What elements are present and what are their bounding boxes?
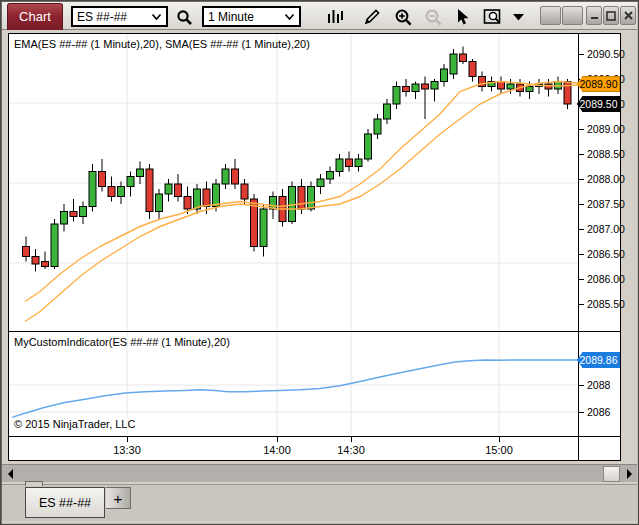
candle-body: [336, 159, 343, 172]
price-axis-label: 2090.50: [587, 48, 625, 60]
time-axis-label: 14:30: [337, 444, 365, 456]
candle-body: [51, 224, 58, 267]
pencil-icon: [363, 8, 381, 26]
candle-body: [384, 104, 391, 119]
candle-body: [308, 187, 315, 210]
candle-body: [127, 177, 134, 187]
candle-body: [403, 87, 410, 92]
zoom-in-icon: [394, 8, 413, 27]
price-tick: [579, 129, 584, 130]
scroll-right-button[interactable]: [621, 465, 637, 483]
time-tick: [499, 437, 500, 442]
zoom-in-button[interactable]: [391, 5, 415, 29]
scroll-left-button[interactable]: [2, 465, 18, 483]
price-panel-plot[interactable]: [9, 34, 578, 331]
candle-body: [80, 207, 87, 217]
add-tab-button[interactable]: +: [106, 487, 131, 509]
zoom-out-icon: [424, 8, 443, 27]
candle-body: [355, 159, 362, 167]
candle-body: [441, 69, 448, 82]
zoom-out-button[interactable]: [421, 5, 445, 29]
tab-notch: [25, 481, 43, 486]
price-tick: [579, 54, 584, 55]
window-title-tab[interactable]: Chart: [7, 3, 63, 30]
candle-body: [89, 172, 96, 207]
candle-body: [156, 194, 163, 212]
tab-es[interactable]: ES ##-##: [25, 487, 105, 518]
more-dropdown-icon: [513, 13, 524, 21]
panel-divider[interactable]: [9, 436, 620, 437]
candle-body: [241, 184, 248, 199]
candle-body: [469, 62, 476, 77]
interval-selector[interactable]: 1 Minute: [202, 6, 301, 27]
chart-style-button[interactable]: [323, 5, 347, 29]
price-tick: [579, 254, 584, 255]
candle-body: [184, 197, 191, 210]
candle-body: [479, 77, 486, 87]
time-axis-label: 15:00: [485, 444, 513, 456]
time-tick: [127, 437, 128, 442]
candle-body: [232, 169, 239, 184]
candle-body: [137, 169, 144, 177]
drawing-tools-button[interactable]: [360, 5, 384, 29]
bottom-tab-bar: ES ##-## +: [2, 484, 637, 521]
indicator-axis-label: 2086: [587, 406, 610, 418]
candle-body: [327, 172, 334, 180]
window-link-button-1[interactable]: [540, 6, 561, 25]
copyright-text: © 2015 NinjaTrader, LLC: [14, 418, 135, 430]
scrollbar-thumb[interactable]: [603, 466, 620, 482]
candle-body: [365, 134, 372, 159]
candle-body: [61, 212, 68, 225]
instrument-selector[interactable]: ES ##-##: [71, 6, 168, 27]
restore-button[interactable]: [603, 6, 619, 25]
candle-body: [346, 159, 353, 167]
candle-body: [431, 82, 438, 90]
minimize-icon: [590, 11, 599, 20]
time-tick: [277, 437, 278, 442]
price-tick: [579, 412, 584, 413]
close-button[interactable]: [620, 6, 636, 25]
more-tools-button[interactable]: [509, 5, 527, 29]
candle-body: [317, 179, 324, 187]
window-link-button-2[interactable]: [562, 6, 583, 25]
toolbar: Chart ES ##-## 1 Minute: [2, 2, 637, 30]
price-axis-label: 2087.00: [587, 223, 625, 235]
candle-body: [222, 169, 229, 184]
candle-body: [450, 54, 457, 74]
chart-properties-button[interactable]: [481, 5, 505, 29]
instrument-search-button[interactable]: [172, 5, 196, 29]
candle-body: [298, 187, 305, 210]
price-tick: [579, 179, 584, 180]
cursor-button[interactable]: [451, 5, 475, 29]
horizontal-scrollbar[interactable]: [2, 464, 637, 482]
price-axis-label: 2089.00: [587, 123, 625, 135]
candle-body: [203, 189, 210, 207]
close-icon: [624, 11, 633, 20]
candle-body: [545, 84, 552, 89]
candle-body: [393, 87, 400, 105]
price-panel-label: EMA(ES ##-## (1 Minute),20), SMA(ES ##-#…: [14, 38, 310, 50]
chevron-down-icon: [284, 13, 295, 21]
price-tick: [579, 229, 584, 230]
candle-body: [70, 212, 77, 217]
price-badge: 2089.50: [577, 96, 620, 112]
price-axis-label: 2088.50: [587, 148, 625, 160]
arrow-right-icon: [627, 469, 632, 479]
indicator-line: [12, 360, 578, 418]
candle-body: [23, 247, 30, 257]
price-axis-label: 2086.50: [587, 248, 625, 260]
price-tick: [579, 279, 584, 280]
time-axis-label: 13:30: [113, 444, 141, 456]
cursor-icon: [455, 8, 471, 26]
chart-window: Chart ES ##-## 1 Minute: [0, 0, 639, 525]
interval-value: 1 Minute: [208, 10, 284, 24]
candle-body: [32, 257, 39, 265]
candle-body: [374, 119, 381, 134]
candle-body: [260, 209, 267, 247]
indicator-badge: 2089.86: [577, 352, 620, 368]
candle-body: [42, 262, 49, 267]
chart-area[interactable]: EMA(ES ##-## (1 Minute),20), SMA(ES ##-#…: [8, 33, 621, 461]
minimize-button[interactable]: [586, 6, 602, 25]
candle-body: [213, 184, 220, 207]
price-axis-label: 2085.50: [587, 298, 625, 310]
